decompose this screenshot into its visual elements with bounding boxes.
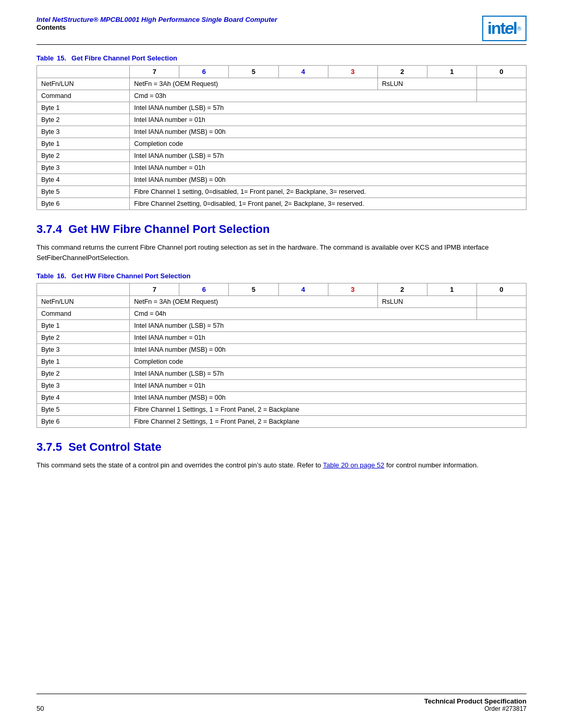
section-374-heading: 3.7.4 Get HW Fibre Channel Port Selectio… xyxy=(36,223,527,236)
table-16-number: 16. xyxy=(57,272,66,280)
row-label: Byte 3 xyxy=(37,380,130,392)
row-data: Intel IANA number = 01h xyxy=(130,380,527,392)
table-row: Byte 3 Intel IANA number = 01h xyxy=(37,162,527,174)
row-data: Cmd = 03h xyxy=(130,90,477,102)
row-label: NetFn/LUN xyxy=(37,78,130,90)
intel-logo: intel® xyxy=(482,16,527,41)
section-375-body: This command sets the state of a control… xyxy=(36,460,527,471)
row-data: Intel IANA number (LSB) = 57h xyxy=(130,320,527,332)
th-7: 7 xyxy=(130,66,179,78)
table-row: Byte 6 Fibre Channel 2 Settings, 1 = Fro… xyxy=(37,416,527,428)
page-footer: 50 Technical Product Specification Order… xyxy=(36,694,527,712)
table-15-label: Table xyxy=(36,54,54,62)
section-375-number: 3.7.5 xyxy=(36,440,62,453)
page-header: Intel NetStructure® MPCBL0001 High Perfo… xyxy=(36,16,527,45)
footer-order: Order #273817 xyxy=(424,705,527,712)
intel-registered: ® xyxy=(517,26,521,32)
th-2: 2 xyxy=(377,66,427,78)
row-label: Byte 4 xyxy=(37,392,130,404)
row-label: Byte 3 xyxy=(37,126,130,138)
table-row: Byte 2 Intel IANA number (LSB) = 57h xyxy=(37,150,527,162)
th-empty xyxy=(37,283,130,296)
footer-right: Technical Product Specification Order #2… xyxy=(424,697,527,712)
intel-logo-text: intel xyxy=(487,19,517,38)
row-data: Fibre Channel 1 setting, 0=disabled, 1= … xyxy=(130,186,527,198)
row-data: Intel IANA number = 01h xyxy=(130,332,527,344)
row-data xyxy=(476,90,526,102)
row-data: Completion code xyxy=(130,138,527,150)
row-label: Byte 1 xyxy=(37,102,130,114)
row-data: NetFn = 3Ah (OEM Request) xyxy=(130,296,377,308)
row-data: Intel IANA number (LSB) = 57h xyxy=(130,102,527,114)
row-data: Fibre Channel 1 Settings, 1 = Front Pane… xyxy=(130,404,527,416)
row-data: Intel IANA number (MSB) = 00h xyxy=(130,126,527,138)
row-data: RsLUN xyxy=(377,296,476,308)
table-16-caption-row: Table 16. Get HW Fibre Channel Port Sele… xyxy=(36,272,527,280)
footer-page-number: 50 xyxy=(36,705,44,712)
row-data xyxy=(476,308,526,320)
row-label: Byte 4 xyxy=(37,174,130,186)
row-data: Intel IANA number (LSB) = 57h xyxy=(130,150,527,162)
th-6: 6 xyxy=(179,66,229,78)
row-label: Byte 5 xyxy=(37,186,130,198)
row-label: Byte 2 xyxy=(37,332,130,344)
table-row: Byte 1 Completion code xyxy=(37,138,527,150)
row-label: Byte 1 xyxy=(37,356,130,368)
table-row: Byte 1 Intel IANA number (LSB) = 57h xyxy=(37,102,527,114)
row-data: Intel IANA number (MSB) = 00h xyxy=(130,344,527,356)
page: Intel NetStructure® MPCBL0001 High Perfo… xyxy=(0,0,563,728)
table-row: Byte 2 Intel IANA number = 01h xyxy=(37,332,527,344)
table-row: Byte 1 Completion code xyxy=(37,356,527,368)
table-row: Byte 4 Intel IANA number (MSB) = 00h xyxy=(37,174,527,186)
row-data: RsLUN xyxy=(377,78,476,90)
th-5: 5 xyxy=(229,283,278,296)
table-row: Byte 6 Fibre Channel 2setting, 0=disable… xyxy=(37,198,527,210)
th-1: 1 xyxy=(427,66,476,78)
row-data xyxy=(476,78,526,90)
table-row: Command Cmd = 03h xyxy=(37,90,527,102)
table-20-link-text: Table 20 on page 52 xyxy=(323,461,384,469)
table-row: Byte 5 Fibre Channel 1 setting, 0=disabl… xyxy=(37,186,527,198)
row-label: Byte 3 xyxy=(37,162,130,174)
row-data: Intel IANA number = 01h xyxy=(130,114,527,126)
table-16-caption: Get HW Fibre Channel Port Selection xyxy=(71,272,190,280)
row-data: Intel IANA number (MSB) = 00h xyxy=(130,174,527,186)
row-data: Intel IANA number = 01h xyxy=(130,162,527,174)
row-label: Byte 3 xyxy=(37,344,130,356)
table-row: Byte 3 Intel IANA number = 01h xyxy=(37,380,527,392)
row-data xyxy=(476,296,526,308)
footer-doc-title: Technical Product Specification xyxy=(424,697,527,705)
table-row: NetFn/LUN NetFn = 3Ah (OEM Request) RsLU… xyxy=(37,78,527,90)
row-data: Intel IANA number (MSB) = 00h xyxy=(130,392,527,404)
table-16-label: Table xyxy=(36,272,54,280)
th-6: 6 xyxy=(179,283,229,296)
row-data: NetFn = 3Ah (OEM Request) xyxy=(130,78,377,90)
row-label: Byte 1 xyxy=(37,320,130,332)
section-375-heading: 3.7.5 Set Control State xyxy=(36,440,527,454)
table-row: Byte 2 Intel IANA number (LSB) = 57h xyxy=(37,368,527,380)
row-label: Command xyxy=(37,90,130,102)
table-20-link[interactable]: Table 20 on page 52 xyxy=(323,461,384,469)
table-row: Byte 1 Intel IANA number (LSB) = 57h xyxy=(37,320,527,332)
row-data: Cmd = 04h xyxy=(130,308,477,320)
row-label: Byte 6 xyxy=(37,416,130,428)
header-subtitle: Contents xyxy=(36,23,277,31)
table-16: 7 6 5 4 3 2 1 0 NetFn/LUN NetFn = 3Ah (O… xyxy=(36,283,527,428)
row-data: Fibre Channel 2setting, 0=disabled, 1= F… xyxy=(130,198,527,210)
header-title: Intel NetStructure® MPCBL0001 High Perfo… xyxy=(36,16,277,23)
section-375-body-part2: for control number information. xyxy=(384,461,479,469)
table-row: NetFn/LUN NetFn = 3Ah (OEM Request) RsLU… xyxy=(37,296,527,308)
th-3: 3 xyxy=(328,283,377,296)
row-label: NetFn/LUN xyxy=(37,296,130,308)
section-374-body-text: This command returns the current Fibre C… xyxy=(36,243,489,262)
table-15-number: 15. xyxy=(57,54,66,62)
th-5: 5 xyxy=(229,66,278,78)
row-label: Byte 1 xyxy=(37,138,130,150)
th-3: 3 xyxy=(328,66,377,78)
th-4: 4 xyxy=(278,283,328,296)
th-0: 0 xyxy=(476,283,526,296)
header-left: Intel NetStructure® MPCBL0001 High Perfo… xyxy=(36,16,277,31)
row-data: Completion code xyxy=(130,356,527,368)
table-row: Byte 4 Intel IANA number (MSB) = 00h xyxy=(37,392,527,404)
section-374-number: 3.7.4 xyxy=(36,223,62,236)
